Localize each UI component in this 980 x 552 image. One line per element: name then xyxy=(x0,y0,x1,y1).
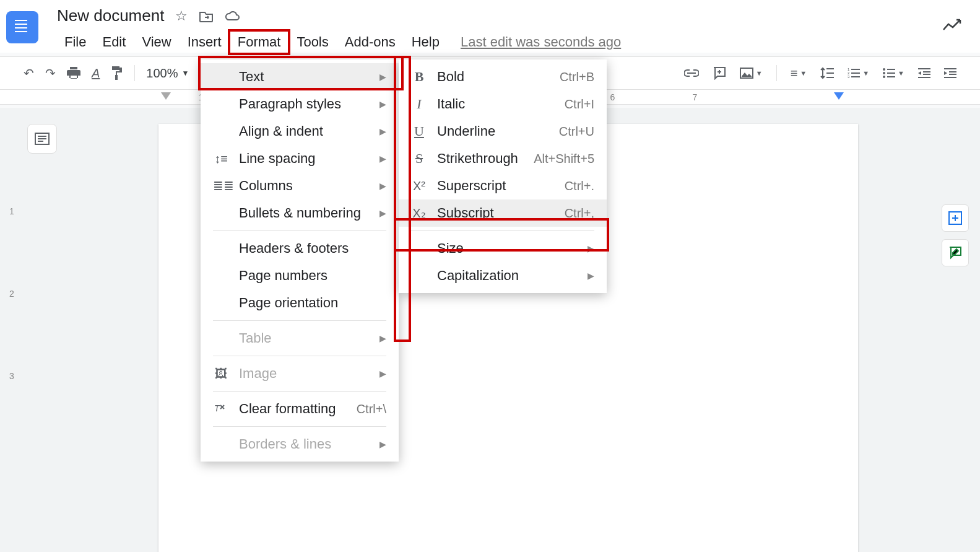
format-item-page-orientation[interactable]: Page orientation xyxy=(201,289,399,317)
text-item-italic[interactable]: IItalicCtrl+I xyxy=(399,90,607,118)
format-item-columns[interactable]: ≣≣Columns▶ xyxy=(201,172,399,199)
format-item-text[interactable]: Text▶ xyxy=(201,63,399,90)
insert-image-button[interactable]: ▼ xyxy=(740,68,763,79)
menu-help[interactable]: Help xyxy=(404,32,447,53)
menu-format[interactable]: Format xyxy=(230,32,288,53)
show-outline-button[interactable] xyxy=(27,124,57,154)
svg-point-4 xyxy=(883,68,885,71)
docs-logo-icon[interactable] xyxy=(6,11,38,43)
text-item-capitalization[interactable]: Capitalization▶ xyxy=(399,262,607,289)
menu-item-label: Bold xyxy=(437,69,550,85)
activity-icon[interactable] xyxy=(943,19,961,31)
move-icon[interactable] xyxy=(199,8,214,24)
last-edit-link[interactable]: Last edit was seconds ago xyxy=(461,34,621,50)
menu-file[interactable]: File xyxy=(57,32,93,53)
svg-point-6 xyxy=(883,76,885,78)
menu-item-label: Line spacing xyxy=(239,151,370,167)
menu-item-icon: X₂ xyxy=(411,206,427,221)
menu-item-label: Underline xyxy=(437,123,549,139)
text-item-size[interactable]: Size▶ xyxy=(399,235,607,262)
menu-item-icon: 🖼 xyxy=(213,367,229,381)
menu-item-icon: ≣≣ xyxy=(213,178,229,193)
suggest-edits-button[interactable] xyxy=(942,239,969,266)
menu-item-label: Columns xyxy=(239,178,370,194)
menu-item-label: Italic xyxy=(437,96,555,112)
submenu-arrow-icon: ▶ xyxy=(379,154,386,164)
add-comment-button[interactable] xyxy=(713,66,726,80)
submenu-arrow-icon: ▶ xyxy=(588,243,594,253)
decrease-indent-button[interactable] xyxy=(918,68,930,79)
menu-item-label: Size xyxy=(437,240,578,256)
menu-insert[interactable]: Insert xyxy=(180,32,229,53)
ruler-tick: 3 xyxy=(4,371,20,453)
submenu-arrow-icon: ▶ xyxy=(588,271,594,281)
bulleted-list-button[interactable]: ▼ xyxy=(883,68,904,79)
ruler-tick: 1 xyxy=(4,206,20,289)
text-item-bold[interactable]: BBoldCtrl+B xyxy=(399,63,607,90)
zoom-select[interactable]: 100% ▼ xyxy=(146,66,189,81)
cloud-status-icon[interactable] xyxy=(225,8,241,24)
spellcheck-button[interactable]: A xyxy=(92,66,100,81)
star-icon[interactable]: ☆ xyxy=(175,8,188,24)
format-item-table: Table▶ xyxy=(201,325,399,352)
menu-tools[interactable]: Tools xyxy=(289,32,336,53)
insert-link-button[interactable] xyxy=(684,69,699,77)
text-item-superscript[interactable]: X²SuperscriptCtrl+. xyxy=(399,172,607,199)
menu-item-shortcut: Alt+Shift+5 xyxy=(534,152,594,166)
text-item-subscript[interactable]: X₂SubscriptCtrl+, xyxy=(399,199,607,227)
header: New document ☆ File Edit View Insert For… xyxy=(0,0,980,53)
separator xyxy=(776,65,777,81)
menu-item-label: Bullets & numbering xyxy=(239,205,370,221)
format-item-paragraph-styles[interactable]: Paragraph styles▶ xyxy=(201,90,399,118)
format-item-align-indent[interactable]: Align & indent▶ xyxy=(201,118,399,145)
menu-item-shortcut: Ctrl+\ xyxy=(357,402,386,416)
ruler-tick xyxy=(4,124,20,206)
menu-item-shortcut: Ctrl+, xyxy=(565,206,594,221)
explore-add-button[interactable] xyxy=(942,204,969,232)
menu-view[interactable]: View xyxy=(134,32,178,53)
doc-title[interactable]: New document xyxy=(57,6,164,25)
submenu-arrow-icon: ▶ xyxy=(379,181,386,191)
increase-indent-button[interactable] xyxy=(944,68,956,79)
paint-format-button[interactable] xyxy=(111,66,123,80)
menu-item-label: Headers & footers xyxy=(239,240,386,256)
numbered-list-button[interactable]: 123 ▼ xyxy=(848,68,869,79)
format-item-headers-footers[interactable]: Headers & footers xyxy=(201,235,399,262)
menu-item-label: Borders & lines xyxy=(239,436,370,452)
menubar: File Edit View Insert Format Tools Add-o… xyxy=(57,32,943,53)
align-button[interactable]: ≡ ▼ xyxy=(791,66,807,81)
redo-button[interactable]: ↷ xyxy=(45,66,56,81)
menu-addons[interactable]: Add-ons xyxy=(337,32,403,53)
menu-item-label: Align & indent xyxy=(239,123,370,139)
ruler-tick: 7 xyxy=(654,92,736,102)
format-item-line-spacing[interactable]: ↕≡Line spacing▶ xyxy=(201,145,399,172)
submenu-arrow-icon: ▶ xyxy=(379,333,386,343)
format-item-bullets-numbering[interactable]: Bullets & numbering▶ xyxy=(201,199,399,227)
print-button[interactable] xyxy=(67,67,80,79)
format-item-image: 🖼Image▶ xyxy=(201,360,399,387)
menu-item-shortcut: Ctrl+I xyxy=(565,97,594,112)
svg-text:T: T xyxy=(214,403,220,413)
svg-text:3: 3 xyxy=(848,75,850,79)
text-item-strikethrough[interactable]: SStrikethroughAlt+Shift+5 xyxy=(399,145,607,172)
indent-marker-right-icon[interactable] xyxy=(834,92,844,100)
menu-edit[interactable]: Edit xyxy=(95,32,133,53)
menu-item-shortcut: Ctrl+U xyxy=(559,125,594,139)
submenu-arrow-icon: ▶ xyxy=(379,439,386,449)
undo-button[interactable]: ↶ xyxy=(24,66,34,81)
ruler-tick: 2 xyxy=(4,289,20,371)
menu-item-icon: ↕≡ xyxy=(213,152,229,166)
menu-item-icon: S xyxy=(411,151,427,167)
menu-item-label: Table xyxy=(239,330,370,346)
svg-point-5 xyxy=(883,72,885,74)
separator xyxy=(134,65,135,81)
format-item-page-numbers[interactable]: Page numbers xyxy=(201,262,399,289)
menu-item-label: Superscript xyxy=(437,178,555,194)
vertical-ruler[interactable]: 1 2 3 xyxy=(4,124,20,453)
text-item-underline[interactable]: UUnderlineCtrl+U xyxy=(399,118,607,145)
submenu-arrow-icon: ▶ xyxy=(379,126,386,136)
format-item-borders-lines: Borders & lines▶ xyxy=(201,431,399,458)
line-spacing-button[interactable] xyxy=(820,67,834,79)
menu-item-icon: B xyxy=(411,69,427,85)
format-item-clear-formatting[interactable]: TClear formattingCtrl+\ xyxy=(201,395,399,423)
